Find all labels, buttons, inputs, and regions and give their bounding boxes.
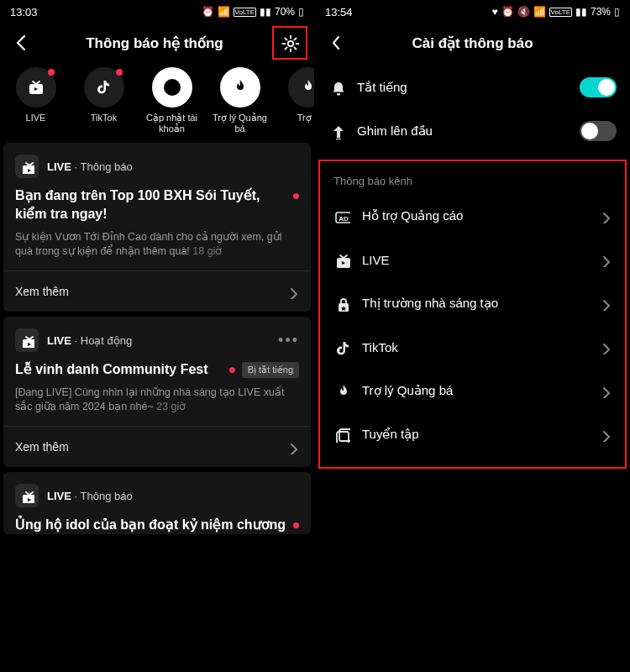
channel-category-row[interactable]: LIVETikTokCập nhật tài khoảnTrợ lý Quảng…	[0, 62, 314, 143]
channel-setting-label: Thị trường nhà sáng tạo	[362, 296, 585, 311]
mute-icon: 🔇	[517, 6, 530, 18]
unread-dot	[229, 367, 235, 373]
page-title: Cài đặt thông báo	[352, 34, 593, 52]
muted-badge: Bị tắt tiếng	[242, 362, 299, 378]
live-icon	[333, 251, 350, 268]
channel-setting-label: TikTok	[362, 340, 585, 354]
pin-toggle-row[interactable]: Ghim lên đầu	[315, 109, 630, 153]
chevron-right-icon	[596, 296, 612, 311]
bell-icon	[328, 79, 345, 96]
mute-toggle[interactable]	[580, 77, 617, 97]
volte-icon: VoLTE	[549, 8, 572, 17]
channel-setting-label: Tuyển tập	[362, 427, 585, 442]
back-button[interactable]	[7, 28, 37, 58]
card-description: [Đang LIVE] Cùng nhìn lại những nhà sáng…	[15, 386, 299, 414]
tiktok-icon	[333, 339, 350, 355]
header: Cài đặt thông báo	[315, 24, 630, 62]
status-bar: 13:54 ♥ ⏰ 🔇 📶 VoLTE ▮▮ 73% ▯	[315, 0, 630, 24]
channel-star[interactable]: Trợ c	[277, 67, 314, 134]
live-icon	[15, 484, 39, 507]
unread-dot	[116, 69, 123, 76]
channel-setting-tiktok[interactable]: TikTok	[320, 325, 625, 369]
unread-dot	[48, 69, 55, 76]
chevron-right-icon	[596, 383, 612, 398]
heart-icon: ♥	[491, 6, 497, 18]
card-source: LIVE · Thông báo	[47, 160, 133, 173]
notification-list: LIVE · Thông báoBạn đang trên Top 100 BX…	[0, 143, 314, 534]
notification-card[interactable]: LIVE · Thông báoBạn đang trên Top 100 BX…	[3, 143, 311, 312]
channel-label: Trợ c	[297, 113, 314, 134]
channel-flame[interactable]: Trợ lý Quảng bá	[209, 67, 270, 134]
screen-system-notifications: 13:03 ⏰ 📶 VoLTE ▮▮ 70% ▯ Thông báo hệ th…	[0, 0, 315, 672]
channel-setting-collect[interactable]: Tuyển tập	[320, 412, 625, 456]
channel-setting-live[interactable]: LIVE	[320, 238, 625, 281]
battery-text: 73%	[591, 6, 611, 18]
settings-button[interactable]	[272, 26, 307, 60]
card-time: 23 giờ	[156, 401, 186, 412]
channel-settings-list: Hỗ trợ Quảng cáoLIVEThị trường nhà sáng …	[320, 194, 625, 456]
channel-setting-ad[interactable]: Hỗ trợ Quảng cáo	[320, 194, 625, 238]
wifi-icon: 📶	[218, 6, 230, 18]
card-header: LIVE · Thông báo	[15, 155, 299, 178]
back-button[interactable]	[322, 28, 352, 58]
unread-dot	[293, 522, 299, 528]
wifi-icon: 📶	[533, 6, 546, 18]
card-header: LIVE · Hoạt động•••	[15, 328, 299, 352]
pin-label: Ghim lên đầu	[357, 123, 568, 139]
card-description: Sự kiện Vươn Tới Đỉnh Cao dành cho cả ng…	[15, 230, 299, 259]
card-title: Ủng hộ idol của bạn đoạt kỷ niệm chương	[15, 516, 286, 534]
ad-icon	[333, 207, 350, 224]
notification-card[interactable]: LIVE · Hoạt động•••Lễ vinh danh Communit…	[3, 317, 311, 467]
channel-label: Trợ lý Quảng bá	[209, 113, 270, 134]
battery-icon: ▯	[614, 6, 620, 18]
channel-setting-label: LIVE	[362, 253, 585, 267]
notification-card[interactable]: LIVE · Thông báoỦng hộ idol của bạn đoạt…	[3, 472, 311, 534]
channel-setting-flame[interactable]: Trợ lý Quảng bá	[320, 369, 625, 412]
chevron-right-icon	[596, 427, 612, 442]
battery-icon: ▯	[298, 6, 304, 18]
channel-tiktok[interactable]: TikTok	[73, 67, 134, 134]
channel-setting-label: Trợ lý Quảng bá	[362, 383, 585, 398]
card-source: LIVE · Hoạt động	[47, 334, 132, 347]
section-label: Thông báo kênh	[320, 161, 625, 194]
pin-toggle[interactable]	[580, 121, 617, 141]
volte-icon: VoLTE	[234, 8, 256, 17]
channel-live[interactable]: LIVE	[5, 67, 66, 134]
live-icon	[15, 155, 39, 178]
channel-setting-lock[interactable]: Thị trường nhà sáng tạo	[320, 281, 625, 325]
see-more-button[interactable]: Xem thêm	[15, 427, 299, 467]
channel-label: TikTok	[91, 113, 117, 134]
more-button[interactable]: •••	[278, 332, 299, 349]
chevron-right-icon	[596, 208, 612, 223]
card-header: LIVE · Thông báo	[15, 484, 299, 507]
card-title: Bạn đang trên Top 100 BXH Sói Tuyết, kiể…	[15, 186, 286, 223]
see-more-button[interactable]: Xem thêm	[15, 271, 299, 312]
upload-icon	[152, 67, 192, 108]
battery-text: 70%	[275, 6, 295, 18]
status-bar: 13:03 ⏰ 📶 VoLTE ▮▮ 70% ▯	[0, 0, 314, 24]
card-source: LIVE · Thông báo	[47, 490, 133, 502]
flame-icon	[220, 67, 260, 108]
settings-toggles: Tắt tiếng Ghim lên đầu	[315, 62, 630, 156]
status-time: 13:03	[10, 6, 38, 18]
live-icon	[15, 328, 39, 352]
channel-setting-label: Hỗ trợ Quảng cáo	[362, 208, 585, 223]
card-title: Lễ vinh danh Community Fest	[15, 360, 223, 379]
chevron-right-icon	[596, 252, 612, 267]
lock-icon	[333, 295, 350, 312]
live-icon	[16, 67, 56, 108]
mute-toggle-row[interactable]: Tắt tiếng	[315, 66, 630, 109]
tiktok-icon	[84, 67, 124, 108]
screen-notification-settings: 13:54 ♥ ⏰ 🔇 📶 VoLTE ▮▮ 73% ▯ Cài đặt thô…	[315, 0, 630, 672]
status-time: 13:54	[325, 6, 353, 18]
star-icon	[288, 67, 315, 108]
pin-icon	[328, 123, 345, 139]
channel-upload[interactable]: Cập nhật tài khoản	[141, 67, 202, 134]
unread-dot	[293, 193, 299, 199]
alarm-icon: ⏰	[501, 6, 514, 18]
flame-icon	[333, 382, 350, 399]
status-icons: ⏰ 📶 VoLTE ▮▮ 70% ▯	[202, 6, 304, 18]
signal-icon: ▮▮	[260, 6, 271, 18]
signal-icon: ▮▮	[575, 6, 587, 18]
channel-label: Cập nhật tài khoản	[141, 113, 202, 134]
